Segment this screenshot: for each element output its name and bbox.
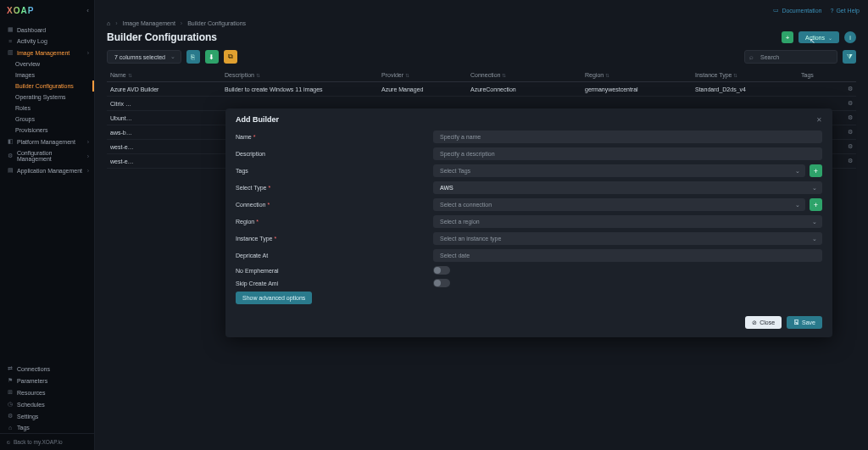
table-row[interactable]: Azure AVD BuilderBuilder to create Windo… bbox=[107, 82, 856, 97]
nav-icon: ◧ bbox=[7, 138, 14, 145]
nav-icon: ⊞ bbox=[7, 389, 14, 396]
documentation-link[interactable]: ▭Documentation bbox=[773, 7, 821, 14]
name-input[interactable]: Specify a name bbox=[433, 131, 822, 143]
modal-title: Add Builder bbox=[236, 115, 279, 124]
nav-secondary: ⇄Connections⚑Parameters⊞Resources◷Schedu… bbox=[0, 358, 94, 433]
depricate-at-label: Depricate At bbox=[236, 253, 426, 258]
modal-save-button[interactable]: 🖫Save bbox=[787, 316, 822, 329]
page-actions: + Actions⌄ i bbox=[782, 31, 856, 43]
sidebar-item-configuration-management[interactable]: ⚙Configuration Management bbox=[0, 147, 94, 164]
cell-prov: Azure Managed bbox=[378, 82, 467, 97]
nav-icon: ▥ bbox=[7, 49, 14, 56]
nav-label: Builder Configurations bbox=[15, 83, 74, 89]
skip-create-ami-toggle[interactable] bbox=[433, 279, 450, 287]
sidebar-collapse-icon[interactable]: ‹ bbox=[86, 7, 89, 14]
col-instance-type[interactable]: Instance Type⇅ bbox=[692, 69, 798, 82]
close-icon: ⊘ bbox=[752, 319, 757, 326]
col-description[interactable]: Description⇅ bbox=[221, 69, 378, 82]
instance-type-select[interactable]: Select an instance type bbox=[433, 232, 822, 245]
row-settings-button[interactable]: ⚙ bbox=[843, 82, 856, 97]
user-avatar[interactable]: i bbox=[844, 31, 856, 43]
sidebar-item-image-management[interactable]: ▥Image Management bbox=[0, 47, 94, 58]
actions-label: Actions bbox=[805, 35, 825, 41]
nav-label: Overview bbox=[15, 61, 40, 67]
sidebar-item-provisioners[interactable]: Provisioners bbox=[0, 125, 94, 136]
sidebar-item-platform-management[interactable]: ◧Platform Management bbox=[0, 136, 94, 147]
sidebar-item-dashboard[interactable]: ▦Dashboard bbox=[0, 24, 94, 36]
main: ▭Documentation ?Get Help ⌂ › Image Manag… bbox=[95, 0, 868, 450]
sidebar-item-settings[interactable]: ⚙Settings bbox=[0, 410, 94, 422]
nav-icon: ⚑ bbox=[7, 377, 14, 384]
search-input[interactable]: Search bbox=[744, 50, 837, 64]
sidebar-item-roles[interactable]: Roles bbox=[0, 103, 94, 114]
description-label: Description bbox=[236, 151, 426, 157]
nav-label: Schedules bbox=[17, 402, 45, 408]
sidebar-item-groups[interactable]: Groups bbox=[0, 114, 94, 125]
no-ephemeral-toggle[interactable] bbox=[433, 266, 450, 275]
row-settings-button[interactable]: ⚙ bbox=[843, 154, 856, 169]
row-settings-button[interactable]: ⚙ bbox=[843, 125, 856, 140]
chevron-down-icon: ⌄ bbox=[828, 35, 832, 41]
page-header: Builder Configurations + Actions⌄ i bbox=[95, 26, 868, 50]
col-region[interactable]: Region⇅ bbox=[581, 69, 692, 82]
show-advanced-button[interactable]: Show advanced options bbox=[236, 292, 312, 304]
add-connection-button[interactable]: + bbox=[810, 198, 822, 211]
actions-dropdown[interactable]: Actions⌄ bbox=[798, 31, 839, 43]
sidebar-item-images[interactable]: Images bbox=[0, 69, 94, 81]
cell-desc: Builder to create Windows 11 images bbox=[221, 82, 378, 97]
instance-type-label: Instance Type * bbox=[236, 236, 426, 242]
connection-select[interactable]: Select a connection bbox=[433, 198, 805, 211]
sidebar-item-builder-configurations[interactable]: Builder Configurations bbox=[0, 81, 94, 92]
tags-label: Tags bbox=[236, 168, 426, 174]
row-settings-button[interactable]: ⚙ bbox=[843, 140, 856, 154]
sidebar-item-tags[interactable]: ⌂Tags bbox=[0, 422, 94, 433]
get-help-link[interactable]: ?Get Help bbox=[830, 8, 860, 14]
description-input[interactable]: Specify a description bbox=[433, 147, 822, 160]
table-toolbar: 7 columns selected ⎘ ⬇ ⧉ Search ⧩ bbox=[95, 50, 868, 69]
crumb-image-management[interactable]: Image Management bbox=[123, 20, 175, 26]
close-label: Close bbox=[760, 319, 775, 325]
sidebar-item-operating-systems[interactable]: Operating Systems bbox=[0, 92, 94, 103]
col-name[interactable]: Name⇅ bbox=[107, 69, 221, 82]
nav-label: Platform Management bbox=[17, 139, 75, 145]
row-settings-button[interactable]: ⚙ bbox=[843, 97, 856, 111]
type-select[interactable]: AWS bbox=[433, 181, 822, 194]
add-button[interactable]: + bbox=[782, 31, 793, 43]
back-link[interactable]: ⎋ Back to my.XOAP.io bbox=[0, 433, 94, 450]
home-icon[interactable]: ⌂ bbox=[107, 20, 110, 26]
cell-conn: AzureConnection bbox=[467, 82, 581, 97]
col-connection[interactable]: Connection⇅ bbox=[467, 69, 581, 82]
sidebar-item-parameters[interactable]: ⚑Parameters bbox=[0, 375, 94, 386]
export-button[interactable]: ⎘ bbox=[186, 50, 200, 64]
skip-create-ami-label: Skip Create Ami bbox=[236, 281, 426, 286]
cell-name: west-e… bbox=[107, 140, 221, 154]
region-select[interactable]: Select a region bbox=[433, 215, 822, 228]
copy-button[interactable]: ⧉ bbox=[224, 50, 237, 64]
nav-label: Tags bbox=[17, 425, 30, 431]
modal-close-footer-button[interactable]: ⊘Close bbox=[745, 316, 782, 329]
sidebar-item-resources[interactable]: ⊞Resources bbox=[0, 386, 94, 398]
nav-label: Images bbox=[15, 72, 35, 78]
columns-select[interactable]: 7 columns selected bbox=[107, 50, 181, 64]
nav-label: Resources bbox=[17, 390, 45, 396]
sidebar-item-activity-log[interactable]: ≡Activity Log bbox=[0, 36, 94, 47]
doc-icon: ▭ bbox=[773, 7, 779, 14]
nav-icon: ⇄ bbox=[7, 365, 14, 372]
nav-label: Settings bbox=[17, 414, 38, 419]
sidebar-item-overview[interactable]: Overview bbox=[0, 58, 94, 69]
col-provider[interactable]: Provider⇅ bbox=[378, 69, 467, 82]
nav-label: Image Management bbox=[17, 50, 70, 56]
filter-button[interactable]: ⧩ bbox=[843, 50, 856, 64]
col-tags[interactable]: Tags bbox=[798, 69, 843, 82]
depricate-at-input[interactable]: Select date bbox=[433, 249, 822, 262]
download-button[interactable]: ⬇ bbox=[205, 50, 219, 64]
add-tag-button[interactable]: + bbox=[810, 164, 822, 177]
nav-icon: ▤ bbox=[7, 167, 14, 174]
row-settings-button[interactable]: ⚙ bbox=[843, 111, 856, 125]
sidebar-item-connections[interactable]: ⇄Connections bbox=[0, 363, 94, 375]
sidebar-item-schedules[interactable]: ◷Schedules bbox=[0, 398, 94, 410]
nav-icon: ⚙ bbox=[7, 413, 14, 419]
tags-select[interactable]: Select Tags bbox=[433, 164, 805, 177]
sidebar-item-application-management[interactable]: ▤Application Management bbox=[0, 164, 94, 176]
modal-close-button[interactable]: ✕ bbox=[816, 116, 822, 124]
